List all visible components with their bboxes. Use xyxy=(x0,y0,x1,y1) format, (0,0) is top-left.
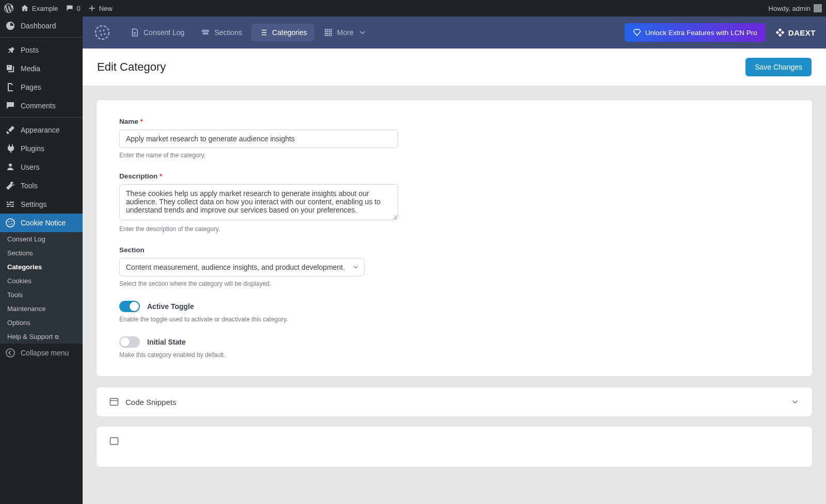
field-initial-state: Initial State Make this category enabled… xyxy=(119,336,398,359)
panel-code-snippets[interactable]: Code Snippets xyxy=(96,387,813,417)
desc-label: Description * xyxy=(119,172,398,180)
svg-point-9 xyxy=(101,34,102,36)
svg-point-0 xyxy=(6,219,14,227)
nav-sections[interactable]: Sections xyxy=(194,24,249,41)
howdy-text: Howdy, admin xyxy=(769,5,811,12)
dashboard-icon xyxy=(5,21,15,31)
section-hint: Select the section where the category wi… xyxy=(119,280,398,287)
new-label: New xyxy=(99,5,113,12)
cookie-submenu: Consent Log Sections Categories Cookies … xyxy=(0,232,83,344)
sliders-icon xyxy=(5,199,15,209)
wp-adminbar: Example 0 New Howdy, admin xyxy=(0,0,826,17)
field-active-toggle: Active Toggle Enable the toggle used to … xyxy=(119,301,398,323)
svg-rect-15 xyxy=(110,398,118,405)
comments-bubble[interactable]: 0 xyxy=(66,4,81,12)
chevron-down-icon xyxy=(790,397,800,407)
svg-rect-13 xyxy=(325,34,328,36)
svg-point-8 xyxy=(103,30,105,31)
svg-point-2 xyxy=(11,221,12,222)
grid-icon xyxy=(324,28,333,37)
active-toggle-label: Active Toggle xyxy=(147,302,194,311)
content-body: Name * Enter the name of the category. D… xyxy=(83,86,826,490)
nav-more[interactable]: More xyxy=(316,24,374,41)
sidebar-item-settings[interactable]: Settings xyxy=(0,195,83,214)
wp-logo[interactable] xyxy=(4,4,13,13)
name-hint: Enter the name of the category. xyxy=(119,152,398,159)
collapse-icon xyxy=(5,348,15,358)
submenu-options[interactable]: Options xyxy=(0,316,83,330)
desc-textarea[interactable]: These cookies help us apply market resea… xyxy=(119,184,398,220)
svg-point-5 xyxy=(6,349,14,357)
svg-point-3 xyxy=(9,224,10,225)
nav-categories[interactable]: Categories xyxy=(251,24,314,41)
svg-point-6 xyxy=(96,26,109,39)
sidebar-item-media[interactable]: Media xyxy=(0,59,83,78)
howdy-user[interactable]: Howdy, admin xyxy=(769,4,822,12)
submenu-categories[interactable]: Categories xyxy=(0,260,83,274)
nav-consent-log[interactable]: Consent Log xyxy=(123,24,192,41)
initial-hint: Make this category enabled by default. xyxy=(119,351,398,359)
unlock-pro-button[interactable]: Unlock Extra Features with LCN Pro xyxy=(625,23,766,42)
plug-icon xyxy=(5,143,15,154)
code-icon xyxy=(109,397,119,407)
sidebar-item-posts[interactable]: Posts xyxy=(0,41,83,59)
brush-icon xyxy=(5,125,15,135)
user-icon xyxy=(5,162,15,172)
wp-sidebar: Dashboard Posts Media Pages Comments App… xyxy=(0,17,83,504)
cookie-icon xyxy=(5,218,15,228)
sidebar-item-cookie-notice[interactable]: Cookie Notice xyxy=(0,214,83,232)
collapse-menu[interactable]: Collapse menu xyxy=(0,344,83,362)
page-header: Edit Category Save Changes xyxy=(83,48,826,86)
sidebar-item-appearance[interactable]: Appearance xyxy=(0,121,83,139)
plugin-logo xyxy=(93,23,112,42)
list-icon xyxy=(259,28,268,37)
initial-state-switch[interactable] xyxy=(119,336,140,348)
submenu-consent-log[interactable]: Consent Log xyxy=(0,232,83,246)
pages-icon xyxy=(5,82,15,92)
file-icon xyxy=(130,28,139,37)
page-title: Edit Category xyxy=(97,60,166,74)
avatar xyxy=(814,4,822,12)
daext-brand[interactable]: DAEXT xyxy=(775,27,816,38)
sidebar-item-tools[interactable]: Tools xyxy=(0,176,83,195)
save-button[interactable]: Save Changes xyxy=(745,58,812,76)
desc-hint: Enter the description of the category. xyxy=(119,225,398,233)
sidebar-item-pages[interactable]: Pages xyxy=(0,78,83,96)
svg-point-1 xyxy=(8,221,9,222)
active-hint: Enable the toggle used to activate or de… xyxy=(119,316,398,323)
svg-point-4 xyxy=(11,223,12,224)
submenu-cookies[interactable]: Cookies xyxy=(0,274,83,288)
initial-state-label: Initial State xyxy=(147,338,186,346)
wrench-icon xyxy=(5,181,15,191)
plugin-topbar: Consent Log Sections Categories More xyxy=(83,17,826,48)
section-select[interactable]: Content measurement, audience insights, … xyxy=(119,258,364,277)
panel-icon xyxy=(109,436,119,446)
form-card: Name * Enter the name of the category. D… xyxy=(96,100,813,377)
submenu-help-support[interactable]: Help & Support ⧉ xyxy=(0,330,83,344)
pin-icon xyxy=(5,45,15,55)
svg-point-7 xyxy=(100,30,101,32)
chevron-down-icon xyxy=(358,28,367,37)
panel-additional[interactable] xyxy=(96,426,813,467)
svg-rect-16 xyxy=(110,437,118,444)
media-icon xyxy=(5,63,15,74)
name-input[interactable] xyxy=(119,129,398,148)
sidebar-item-comments[interactable]: Comments xyxy=(0,96,83,115)
sidebar-item-users[interactable]: Users xyxy=(0,158,83,176)
field-name: Name * Enter the name of the category. xyxy=(119,118,398,159)
submenu-maintenance[interactable]: Maintenance xyxy=(0,302,83,316)
external-icon: ⧉ xyxy=(55,334,59,340)
sidebar-item-plugins[interactable]: Plugins xyxy=(0,139,83,158)
svg-rect-12 xyxy=(329,29,331,32)
section-label: Section xyxy=(119,246,398,254)
submenu-tools[interactable]: Tools xyxy=(0,288,83,302)
comments-count: 0 xyxy=(77,5,81,12)
site-home[interactable]: Example xyxy=(21,4,58,12)
new-content[interactable]: New xyxy=(88,4,113,12)
active-toggle-switch[interactable] xyxy=(119,301,140,312)
svg-rect-11 xyxy=(325,29,328,32)
site-name: Example xyxy=(32,5,58,12)
sidebar-item-dashboard[interactable]: Dashboard xyxy=(0,17,83,35)
daext-logo-icon xyxy=(775,27,785,38)
submenu-sections[interactable]: Sections xyxy=(0,246,83,260)
